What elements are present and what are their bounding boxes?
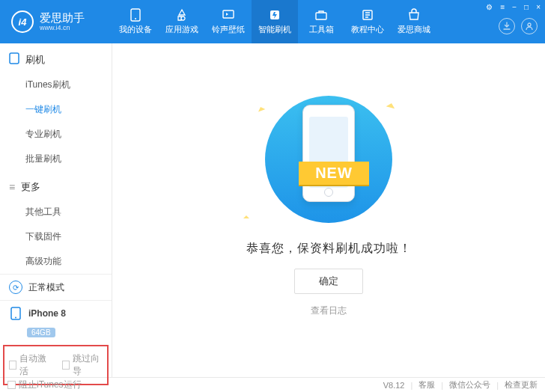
nav-label: 工具箱 xyxy=(309,24,334,35)
success-message: 恭喜您，保资料刷机成功啦！ xyxy=(246,241,412,257)
settings-icon[interactable]: ⚙ xyxy=(486,3,493,11)
checkbox-label: 跳过向导 xyxy=(73,352,103,378)
svg-rect-4 xyxy=(316,13,326,19)
mode-icon: ⟳ xyxy=(9,281,22,294)
nav-item-tutorial[interactable]: 教程中心 xyxy=(344,0,391,43)
mode-row[interactable]: ⟳ 正常模式 xyxy=(0,274,112,300)
checkbox-label: 阻止iTunes运行 xyxy=(19,379,82,391)
phone-icon xyxy=(9,52,19,67)
version-label: V8.12 xyxy=(383,381,405,390)
nav-item-ringtone[interactable]: 铃声壁纸 xyxy=(205,0,252,43)
logo-icon: i4 xyxy=(11,10,34,33)
footer-left: 阻止iTunes运行 xyxy=(7,379,82,391)
nav-label: 爱思商城 xyxy=(398,24,430,35)
nav-item-shop[interactable]: 爱思商城 xyxy=(391,0,437,43)
user-icon[interactable] xyxy=(521,18,538,34)
checkbox-box xyxy=(62,361,70,370)
svg-point-1 xyxy=(135,18,136,19)
apps-icon xyxy=(175,8,189,22)
sidebar-item[interactable]: 专业刷机 xyxy=(25,122,112,147)
topbar: i4 爱思助手 www.i4.cn 我的设备应用游戏铃声壁纸智能刷机工具箱教程中… xyxy=(0,0,545,43)
sidebar-item[interactable]: 高级功能 xyxy=(25,249,112,274)
sparkle-icon xyxy=(243,212,249,218)
checkbox-box xyxy=(7,381,16,389)
app-title: 爱思助手 xyxy=(40,12,85,25)
ok-button[interactable]: 确定 xyxy=(294,269,363,294)
minimize-icon[interactable]: − xyxy=(512,3,517,11)
main-nav: 我的设备应用游戏铃声壁纸智能刷机工具箱教程中心爱思商城 xyxy=(112,0,437,43)
toolbox-icon xyxy=(314,8,328,22)
nav-item-toolbox[interactable]: 工具箱 xyxy=(298,0,344,43)
close-icon[interactable]: × xyxy=(536,3,541,11)
mode-label: 正常模式 xyxy=(28,281,64,294)
check-update-link[interactable]: 检查更新 xyxy=(505,379,538,391)
nav-label: 铃声壁纸 xyxy=(212,24,245,35)
list-icon: ≡ xyxy=(9,181,15,193)
nav-label: 教程中心 xyxy=(351,24,384,35)
shop-icon xyxy=(407,8,421,22)
sidebar-item[interactable]: iTunes刷机 xyxy=(25,73,112,97)
phone-icon xyxy=(9,307,22,320)
new-ribbon: NEW xyxy=(246,157,421,189)
checkbox-label: 自动激活 xyxy=(19,352,49,378)
section-label: 刷机 xyxy=(25,53,45,67)
sidebar-item[interactable]: 下载固件 xyxy=(25,224,112,249)
ringtone-icon xyxy=(222,8,235,22)
skip-guide-checkbox[interactable]: 跳过向导 xyxy=(62,352,103,378)
logo-block: i4 爱思助手 www.i4.cn xyxy=(0,10,112,33)
nav-label: 应用游戏 xyxy=(165,24,198,35)
storage-badge: 64GB xyxy=(27,328,55,337)
body-area: 刷机iTunes刷机一键刷机专业刷机批量刷机≡更多其他工具下载固件高级功能 ⟳ … xyxy=(0,43,545,377)
sparkle-icon xyxy=(256,102,266,112)
block-itunes-checkbox[interactable]: 阻止iTunes运行 xyxy=(7,379,82,391)
flash-icon xyxy=(268,8,281,22)
window-controls: ⚙ ≡ − □ × xyxy=(486,0,541,11)
auto-activate-checkbox[interactable]: 自动激活 xyxy=(9,352,50,378)
download-icon[interactable] xyxy=(499,18,515,34)
sidebar-item[interactable]: 一键刷机 xyxy=(25,97,112,122)
ribbon-text: NEW xyxy=(299,162,369,185)
section-label: 更多 xyxy=(21,180,40,194)
sidebar-item[interactable]: 其他工具 xyxy=(25,200,112,224)
sidebar-section-title[interactable]: 刷机 xyxy=(0,43,112,73)
nav-item-apps[interactable]: 应用游戏 xyxy=(159,0,205,43)
wechat-link[interactable]: 微信公众号 xyxy=(449,379,490,391)
sidebar-item[interactable]: 批量刷机 xyxy=(25,147,112,171)
checkbox-box xyxy=(9,361,16,370)
svg-point-9 xyxy=(15,317,16,319)
nav-label: 智能刷机 xyxy=(258,24,291,35)
nav-label: 我的设备 xyxy=(119,24,152,35)
main-panel: NEW 恭喜您，保资料刷机成功啦！ 确定 查看日志 xyxy=(112,43,545,377)
device-name: iPhone 8 xyxy=(28,308,66,319)
svg-rect-7 xyxy=(10,53,19,64)
sidebar: 刷机iTunes刷机一键刷机专业刷机批量刷机≡更多其他工具下载固件高级功能 ⟳ … xyxy=(0,43,112,377)
logo-text-block: 爱思助手 www.i4.cn xyxy=(40,12,85,32)
footer-right: V8.12 | 客服 | 微信公众号 | 检查更新 xyxy=(383,379,538,391)
svg-point-6 xyxy=(528,23,531,26)
device-icon xyxy=(129,8,142,22)
device-row[interactable]: iPhone 8 64GB xyxy=(0,300,112,343)
illustration: NEW xyxy=(239,88,418,230)
maximize-icon[interactable]: □ xyxy=(524,3,529,11)
sidebar-section-title[interactable]: ≡更多 xyxy=(0,171,112,200)
nav-item-flash[interactable]: 智能刷机 xyxy=(252,0,298,43)
menu-icon[interactable]: ≡ xyxy=(500,3,505,11)
nav-item-device[interactable]: 我的设备 xyxy=(112,0,159,43)
support-link[interactable]: 客服 xyxy=(418,379,435,391)
tutorial-icon xyxy=(361,8,374,22)
sparkle-icon xyxy=(386,98,398,109)
app-subtitle: www.i4.cn xyxy=(40,24,85,31)
user-circles xyxy=(499,18,538,34)
view-log-link[interactable]: 查看日志 xyxy=(311,304,347,317)
